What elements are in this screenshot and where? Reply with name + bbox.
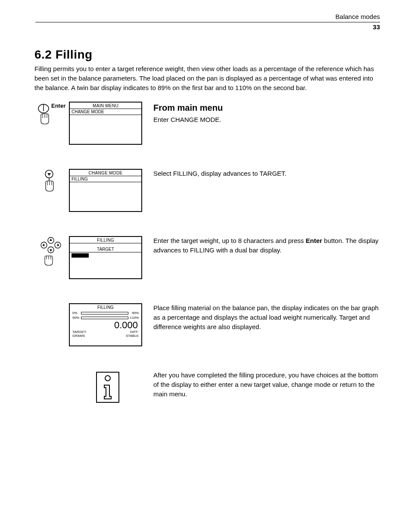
lcd-screen-change-mode: CHANGE MODE FILLING	[69, 169, 142, 212]
screen-title: CHANGE MODE	[70, 170, 141, 176]
screen-title: MAIN MENU	[70, 103, 141, 109]
status-label: STABLE	[126, 334, 139, 338]
intro-paragraph: Filling permits you to enter a target re…	[34, 64, 380, 92]
svg-marker-6	[47, 173, 51, 176]
header-rule	[35, 22, 380, 22]
weight-reading: 0.000	[70, 320, 141, 330]
lcd-screen-main-menu: MAIN MENU CHANGE MODE	[69, 102, 142, 145]
svg-rect-22	[97, 372, 119, 402]
step-2: CHANGE MODE FILLING Select FILLING, disp…	[34, 169, 380, 212]
lcd-screen-filling-result: FILLING 0% 90% 90% 110% 0.000 TARGET: DI…	[69, 303, 142, 346]
svg-point-23	[105, 376, 110, 381]
bar2-track	[81, 317, 128, 319]
header-section: Balance modes	[34, 13, 380, 20]
screen-title: FILLING	[70, 304, 141, 310]
svg-marker-12	[50, 239, 52, 241]
info-icon	[95, 370, 121, 404]
step-text: Select FILLING, display advances to TARG…	[153, 169, 380, 178]
bar2-left: 90%	[72, 316, 81, 320]
diff-label: DIFF:	[130, 330, 139, 334]
lcd-screen-filling-target: FILLING TARGET	[69, 236, 142, 279]
unit-label: GRAMS	[72, 334, 85, 338]
step-text: Place filling material on the balance pa…	[153, 303, 380, 331]
svg-marker-16	[42, 244, 44, 246]
step-5: After you have completed the filling pro…	[34, 370, 380, 404]
input-field-marker	[72, 253, 89, 258]
target-label: TARGET:	[72, 330, 87, 334]
bar1-track	[81, 312, 128, 314]
step-1: Enter MAIN MENU CHANGE MODE From main me…	[34, 102, 380, 145]
step-heading: From main menu	[153, 102, 380, 114]
screen-sub: TARGET	[70, 246, 141, 252]
screen-title: FILLING	[70, 237, 141, 243]
step-text: Enter CHANGE MODE.	[153, 115, 380, 124]
bar1-left: 0%	[72, 311, 81, 315]
enter-label: Enter	[51, 103, 65, 109]
step-3: FILLING TARGET Enter the target weight, …	[34, 236, 380, 279]
press-down-icon	[41, 170, 62, 197]
step-text: After you have completed the filling pro…	[153, 370, 380, 398]
page-number: 33	[34, 23, 380, 31]
press-arrows-icon	[38, 237, 65, 268]
section-title: 6.2 Filling	[34, 48, 380, 62]
step-text-pre: Enter the target weight, up to 8 charact…	[153, 237, 306, 244]
step-text-bold: Enter	[306, 237, 322, 244]
screen-row: FILLING	[70, 176, 141, 182]
step-4: FILLING 0% 90% 90% 110% 0.000 TARGET: DI…	[34, 303, 380, 346]
bar1-right: 90%	[128, 311, 139, 315]
svg-marker-14	[50, 249, 52, 252]
screen-row: CHANGE MODE	[70, 109, 141, 115]
bar2-right: 110%	[128, 316, 139, 320]
svg-marker-18	[57, 244, 59, 246]
